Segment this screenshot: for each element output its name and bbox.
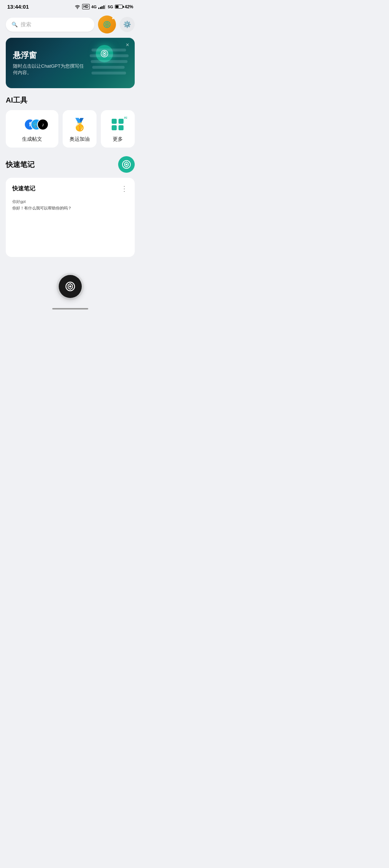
- svg-point-1: [106, 24, 108, 25]
- settings-icon: ⚙️: [123, 21, 131, 28]
- search-icon: 🔍: [12, 22, 18, 27]
- search-bar[interactable]: 🔍 搜索: [6, 18, 94, 32]
- quick-notes-title: 快速笔记: [6, 160, 35, 169]
- notes-fab-icon: [121, 159, 131, 169]
- note-content: 你好gpt 你好！有什么我可以帮助你的吗？: [12, 199, 128, 211]
- note-menu-button[interactable]: ⋮: [121, 184, 128, 193]
- banner-text-area: 悬浮窗 随时点击以让ChatGPT为您撰写任何内容。: [13, 50, 85, 76]
- tool-card-more[interactable]: Ai 更多: [101, 110, 135, 148]
- settings-button[interactable]: ⚙️: [120, 17, 135, 32]
- floating-window-banner[interactable]: 悬浮窗 随时点击以让ChatGPT为您撰写任何内容。 ×: [6, 38, 135, 88]
- wifi-icon: [75, 5, 80, 9]
- tool-card-generate-post[interactable]: f 🐦 ♪ 生成帖文: [6, 110, 58, 148]
- sparkle-icon: ✦: [111, 16, 115, 21]
- signal-bars: [98, 5, 106, 9]
- search-section: 🔍 搜索 ✦ ⚙️: [0, 12, 140, 38]
- ai-label: Ai: [124, 116, 127, 119]
- bottom-fab-area: [0, 264, 140, 305]
- medal-icon: 🥇: [72, 117, 88, 132]
- note-content-label: 你好gpt: [12, 199, 128, 205]
- home-indicator: [0, 305, 140, 311]
- quick-notes-section: 快速笔记 快速笔记 ⋮ 你好gpt 你好！有什么我可以帮助你的吗？: [0, 156, 140, 257]
- notes-fab-button[interactable]: [118, 156, 135, 173]
- note-card-header: 快速笔记 ⋮: [12, 184, 128, 193]
- note-content-value: 你好！有什么我可以帮助你的吗？: [12, 205, 128, 212]
- network-4g: 4G: [91, 5, 97, 9]
- battery-icon: [115, 5, 123, 9]
- banner-subtitle: 随时点击以让ChatGPT为您撰写任何内容。: [13, 63, 85, 76]
- ai-tools-section: AI工具 f 🐦 ♪ 生成帖文 🥇 奥运加油: [0, 95, 140, 148]
- social-icons-cluster: f 🐦 ♪: [24, 117, 40, 132]
- network-5g: 5G: [108, 5, 113, 9]
- note-card-title: 快速笔记: [12, 185, 35, 193]
- notes-section-header: 快速笔记: [0, 156, 140, 178]
- ai-tools-title: AI工具: [0, 95, 140, 110]
- tool-label-olympic: 奥运加油: [70, 136, 90, 143]
- status-icons: HD 4G 5G 42%: [75, 4, 133, 9]
- svg-point-7: [69, 285, 71, 288]
- status-bar: 13:44:01 HD 4G 5G 42%: [0, 0, 140, 12]
- tool-card-olympic[interactable]: 🥇 奥运加油: [63, 110, 97, 148]
- bottom-fab-icon: [64, 281, 76, 292]
- tiktok-icon: ♪: [37, 119, 49, 130]
- hd-badge: HD: [82, 4, 89, 9]
- bottom-fab-button[interactable]: [59, 275, 82, 298]
- more-grid-icon: Ai: [110, 117, 126, 132]
- status-time: 13:44:01: [7, 4, 29, 10]
- banner-title: 悬浮窗: [13, 50, 85, 61]
- battery-percent: 42%: [125, 4, 133, 9]
- home-bar: [52, 308, 88, 309]
- copilot-button[interactable]: ✦: [98, 15, 116, 33]
- tool-label-more: 更多: [113, 136, 123, 143]
- svg-point-5: [126, 164, 128, 166]
- close-icon: ×: [126, 42, 129, 48]
- copilot-logo-icon: [103, 21, 111, 28]
- note-card[interactable]: 快速笔记 ⋮ 你好gpt 你好！有什么我可以帮助你的吗？: [6, 178, 135, 257]
- tool-label-generate-post: 生成帖文: [22, 136, 42, 143]
- ai-tools-grid: f 🐦 ♪ 生成帖文 🥇 奥运加油: [0, 110, 140, 148]
- banner-close-button[interactable]: ×: [124, 41, 131, 49]
- banner-decoration: [88, 49, 131, 81]
- search-placeholder: 搜索: [21, 21, 31, 28]
